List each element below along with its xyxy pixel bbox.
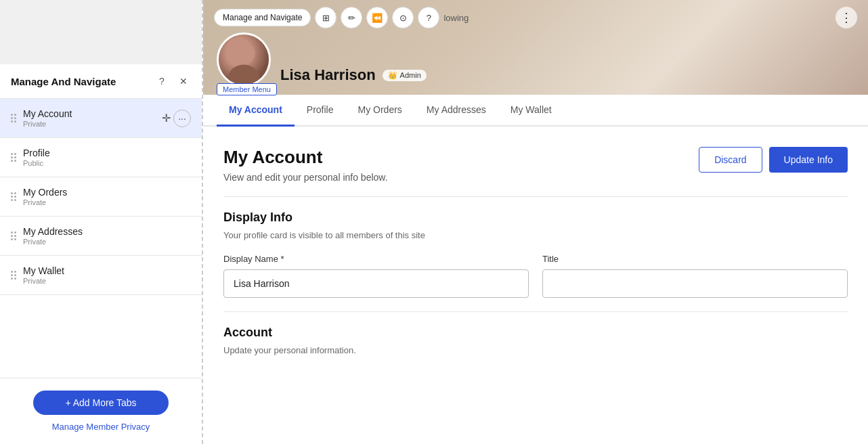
nav-item-more-button[interactable]: ··· [173,110,191,127]
content-title: My Account [223,147,388,168]
tab-my-account[interactable]: My Account [217,95,295,127]
tabs-bar: My Account Profile My Orders My Addresse… [203,95,868,127]
content-subtitle: View and edit your personal info below. [223,172,388,183]
divider-2 [223,311,848,312]
nav-item-content: My Addresses Private [23,226,191,246]
tab-my-wallet[interactable]: My Wallet [498,95,564,127]
nav-item-visibility: Private [23,120,173,128]
drag-handle [11,192,16,201]
profile-name: Lisa Harrison [280,66,376,84]
content-header-left: My Account View and edit your personal i… [223,147,388,183]
header-actions: Discard Update Info [699,147,848,173]
profile-banner: Manage and Navigate ⊞ ✏ ⏪ ⊙ ? lowing ⋮ L… [203,0,868,95]
manage-navigate-button[interactable]: Manage and Navigate [214,9,311,26]
panel-footer: + Add More Tabs Manage Member Privacy [0,378,202,444]
display-info-title: Display Info [223,210,848,225]
discard-button[interactable]: Discard [699,147,762,173]
divider-1 [223,196,848,197]
account-section-title: Account [223,326,848,340]
grid-icon[interactable]: ⊞ [315,7,337,28]
nav-item-my-wallet[interactable]: My Wallet Private [0,256,202,295]
update-info-button[interactable]: Update Info [769,147,848,173]
display-info-form-row: Display Name * Title [223,254,848,298]
nav-item-name: My Orders [23,187,191,198]
main-content: My Account View and edit your personal i… [203,127,868,389]
nav-item-my-addresses[interactable]: My Addresses Private [0,217,202,256]
nav-item-visibility: Public [23,159,191,167]
nav-item-content: My Orders Private [23,187,191,206]
member-menu-label: Member Menu [217,83,277,95]
nav-item-my-orders[interactable]: My Orders Private [0,177,202,217]
svg-point-0 [232,42,255,64]
drag-handle [11,153,16,162]
nav-item-content: Profile Public [23,148,191,167]
title-label: Title [542,254,848,264]
nav-item-name: My Addresses [23,226,191,237]
nav-item-visibility: Private [23,198,191,206]
nav-item-visibility: Private [23,277,191,285]
manage-privacy-link[interactable]: Manage Member Privacy [52,422,150,432]
close-icon[interactable]: ✕ [176,74,191,89]
tab-my-addresses[interactable]: My Addresses [414,95,498,127]
account-section-desc: Update your personal information. [223,345,848,355]
nav-list: My Account Private ✛ ··· Profile Public [0,99,202,378]
move-icon[interactable]: ✛ [162,112,171,125]
toolbar-strip: Manage and Navigate ⊞ ✏ ⏪ ⊙ ? lowing [214,7,469,28]
toolbar-label: Manage and Navigate [223,13,302,22]
add-tabs-button[interactable]: + Add More Tabs [33,391,169,415]
right-panel: Manage and Navigate ⊞ ✏ ⏪ ⊙ ? lowing ⋮ L… [203,0,868,444]
nav-item-content: My Wallet Private [23,265,191,285]
edit-icon[interactable]: ✏ [341,7,362,28]
left-panel: Manage And Navigate ? ✕ My Account Priva… [0,0,203,444]
tab-profile[interactable]: Profile [295,95,346,127]
drag-handle [11,271,16,280]
panel-header-icons: ? ✕ [154,74,191,89]
panel-header: Manage And Navigate ? ✕ [0,64,202,99]
display-name-group: Display Name * [223,254,529,298]
content-header: My Account View and edit your personal i… [223,147,848,183]
drag-handle [11,114,16,123]
admin-label: Admin [400,71,421,79]
nav-item-my-account[interactable]: My Account Private ✛ ··· [0,99,202,138]
display-name-label: Display Name * [223,254,529,264]
copy-icon[interactable]: ⊙ [392,7,414,28]
panel-title: Manage And Navigate [11,76,116,87]
nav-item-content: My Account Private [23,108,173,128]
nav-item-profile[interactable]: Profile Public [0,138,202,177]
profile-info: Lisa Harrison 👑 Admin [280,66,427,87]
title-input[interactable] [542,269,848,298]
drag-handle [11,231,16,240]
following-label: lowing [443,13,469,23]
nav-item-visibility: Private [23,238,191,246]
tab-my-orders[interactable]: My Orders [346,95,414,127]
crown-icon: 👑 [388,71,397,80]
banner-more-button[interactable]: ⋮ [836,7,857,28]
help-circle-icon[interactable]: ? [418,7,439,28]
nav-item-name: My Account [23,108,173,119]
display-name-input[interactable] [223,269,529,298]
rewind-icon[interactable]: ⏪ [366,7,388,28]
avatar-image [219,35,269,85]
title-group: Title [542,254,848,298]
display-info-desc: Your profile card is visible to all memb… [223,230,848,240]
nav-item-name: Profile [23,148,191,158]
nav-item-name: My Wallet [23,265,191,276]
top-strip [0,0,202,64]
profile-avatar [217,32,271,87]
help-icon[interactable]: ? [154,74,169,89]
admin-badge: 👑 Admin [383,70,427,81]
